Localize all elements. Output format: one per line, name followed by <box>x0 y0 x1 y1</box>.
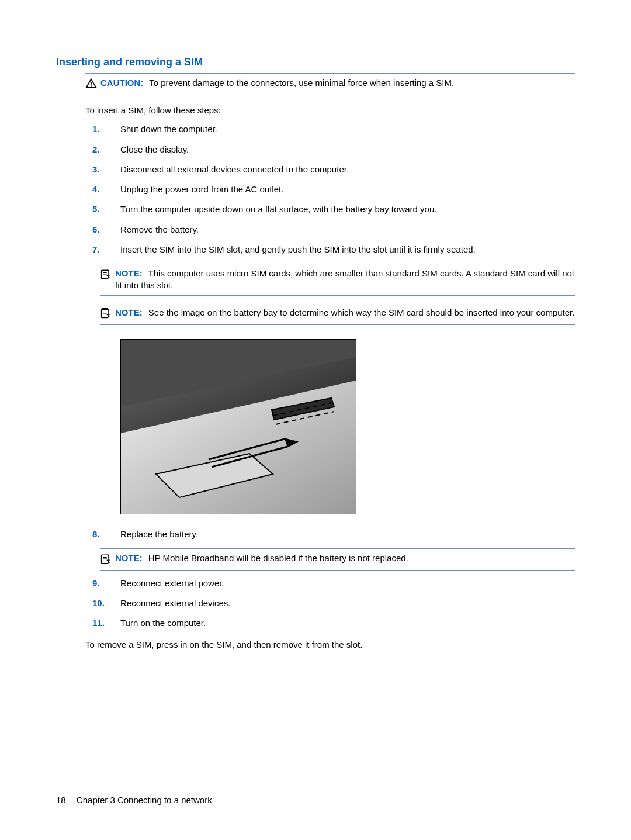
caution-text: To prevent damage to the connectors, use… <box>149 78 454 88</box>
note-icon <box>100 268 115 282</box>
page-footer: 18 Chapter 3 Connecting to a network <box>56 795 212 805</box>
note-block-2: NOTE: See the image on the battery bay t… <box>100 303 575 325</box>
page-number: 18 <box>56 795 66 805</box>
note-block-3: NOTE: HP Mobile Broadband will be disabl… <box>100 548 575 571</box>
note-label: NOTE: <box>115 553 143 563</box>
caution-block: CAUTION: To prevent damage to the connec… <box>85 73 575 95</box>
list-item: Unplug the power cord from the AC outlet… <box>120 184 575 195</box>
list-item: Reconnect external devices. <box>120 597 575 609</box>
sim-insert-illustration <box>120 339 356 514</box>
note-label: NOTE: <box>115 268 143 278</box>
list-item: Close the display. <box>120 144 575 155</box>
steps-list-b: Replace the battery. <box>85 528 575 540</box>
steps-list-a: Shut down the computer. Close the displa… <box>85 123 575 255</box>
list-item: Insert the SIM into the SIM slot, and ge… <box>120 244 575 255</box>
intro-paragraph: To insert a SIM, follow these steps: <box>85 105 575 116</box>
steps-list-c: Reconnect external power. Reconnect exte… <box>85 578 575 630</box>
note-label: NOTE: <box>115 307 143 317</box>
note-text: See the image on the battery bay to dete… <box>148 307 575 317</box>
list-item: Reconnect external power. <box>120 578 575 589</box>
svg-point-1 <box>91 85 92 87</box>
outro-paragraph: To remove a SIM, press in on the SIM, an… <box>85 639 575 651</box>
chapter-title: Chapter 3 Connecting to a network <box>77 795 212 805</box>
caution-icon <box>85 77 100 91</box>
section-heading: Inserting and removing a SIM <box>56 56 575 68</box>
list-item: Shut down the computer. <box>120 123 575 135</box>
note-text: HP Mobile Broadband will be disabled if … <box>148 553 408 563</box>
note-icon <box>100 552 115 566</box>
list-item: Turn the computer upside down on a flat … <box>120 203 575 215</box>
list-item: Turn on the computer. <box>120 617 575 629</box>
note-block-1: NOTE: This computer uses micro SIM cards… <box>100 264 575 296</box>
note-text: This computer uses micro SIM cards, whic… <box>115 268 574 290</box>
caution-label: CAUTION: <box>100 78 143 88</box>
list-item: Remove the battery. <box>120 224 575 236</box>
note-icon <box>100 307 115 321</box>
list-item: Disconnect all external devices connecte… <box>120 164 575 175</box>
list-item: Replace the battery. <box>120 528 575 540</box>
